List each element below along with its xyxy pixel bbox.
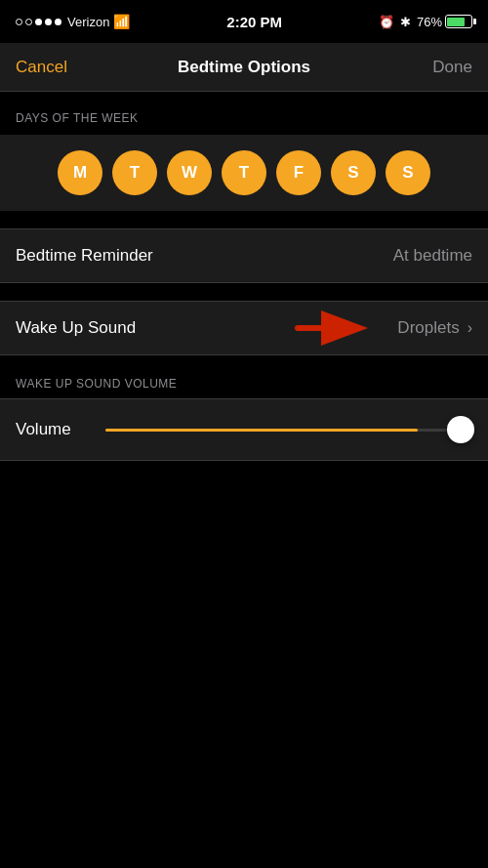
volume-row: Volume [0, 398, 488, 461]
wake-up-sound-value: Droplets [397, 318, 459, 338]
volume-label: Volume [16, 420, 94, 439]
slider-fill [105, 429, 418, 432]
signal-dot-4 [45, 19, 52, 25]
slider-track [105, 429, 472, 432]
signal-dot-3 [35, 19, 42, 25]
day-wednesday[interactable]: W [167, 150, 212, 195]
volume-row-content: Volume [16, 413, 472, 446]
bedtime-reminder-row[interactable]: Bedtime Reminder At bedtime [0, 228, 488, 283]
carrier-label: Verizon [67, 15, 109, 29]
done-button[interactable]: Done [414, 58, 472, 77]
status-right: ⏰ ✱ 76% [379, 15, 472, 29]
signal-dot-2 [25, 19, 32, 25]
bluetooth-icon: ✱ [400, 15, 411, 29]
signal-dot-5 [55, 19, 61, 25]
chevron-right-icon: › [468, 319, 472, 337]
battery-container: 76% [417, 15, 472, 29]
battery-fill [447, 18, 464, 26]
status-time: 2:20 PM [226, 14, 282, 30]
signal-dot-1 [16, 19, 22, 25]
wifi-icon: 📶 [113, 14, 130, 29]
days-section-body: M T W T F S S [0, 135, 488, 211]
alarm-icon: ⏰ [379, 15, 394, 29]
bedtime-reminder-label: Bedtime Reminder [16, 246, 153, 266]
bedtime-reminder-value: At bedtime [393, 246, 472, 266]
status-bar: Verizon 📶 2:20 PM ⏰ ✱ 76% [0, 0, 488, 43]
red-arrow-annotation [293, 309, 371, 348]
nav-bar: Cancel Bedtime Options Done [0, 43, 488, 92]
wake-up-sound-section: Wake Up Sound Droplets › [0, 301, 488, 355]
status-left: Verizon 📶 [16, 14, 130, 29]
days-row: M T W T F S S [16, 150, 472, 195]
bedtime-reminder-section: Bedtime Reminder At bedtime [0, 228, 488, 283]
day-tuesday[interactable]: T [112, 150, 157, 195]
days-section-label: DAYS OF THE WEEK [0, 92, 488, 133]
cancel-button[interactable]: Cancel [16, 58, 74, 77]
volume-section: WAKE UP SOUND VOLUME Volume [0, 357, 488, 461]
page-title: Bedtime Options [178, 58, 310, 77]
day-thursday[interactable]: T [222, 150, 266, 195]
battery-percent: 76% [417, 15, 442, 29]
slider-thumb[interactable] [447, 416, 474, 443]
wake-up-sound-label: Wake Up Sound [16, 318, 136, 338]
day-monday[interactable]: M [58, 150, 102, 195]
days-of-week-section: DAYS OF THE WEEK M T W T F S S [0, 92, 488, 211]
wake-up-sound-right: Droplets › [397, 318, 472, 338]
volume-section-label: WAKE UP SOUND VOLUME [0, 357, 488, 398]
day-saturday[interactable]: S [331, 150, 376, 195]
battery-icon [445, 15, 472, 28]
signal-dots [16, 19, 61, 25]
day-friday[interactable]: F [276, 150, 321, 195]
volume-slider[interactable] [105, 413, 472, 446]
wake-up-sound-row[interactable]: Wake Up Sound Droplets › [0, 301, 488, 355]
day-sunday[interactable]: S [386, 150, 430, 195]
